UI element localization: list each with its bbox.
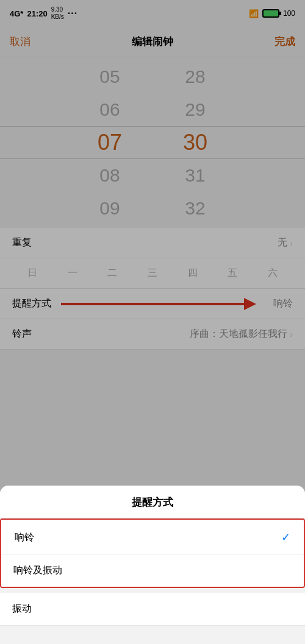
modal-sheet: 提醒方式 响铃 ✓ 响铃及振动 振动 — [0, 486, 305, 644]
option-vibrate-label: 振动 — [12, 603, 32, 615]
option-ring-label: 响铃 — [15, 531, 34, 544]
modal-option-ring-vibrate[interactable]: 响铃及振动 — [1, 554, 304, 587]
modal-overlay: 提醒方式 响铃 ✓ 响铃及振动 振动 — [0, 0, 305, 644]
option-ring-vibrate-label: 响铃及振动 — [13, 564, 62, 577]
modal-title: 提醒方式 — [132, 497, 173, 508]
modal-options-group: 响铃 ✓ 响铃及振动 — [0, 518, 305, 588]
modal-option-ring[interactable]: 响铃 ✓ — [1, 520, 304, 554]
check-icon: ✓ — [281, 531, 290, 544]
modal-title-bar: 提醒方式 — [0, 486, 305, 518]
modal-option-vibrate[interactable]: 振动 — [0, 593, 305, 626]
